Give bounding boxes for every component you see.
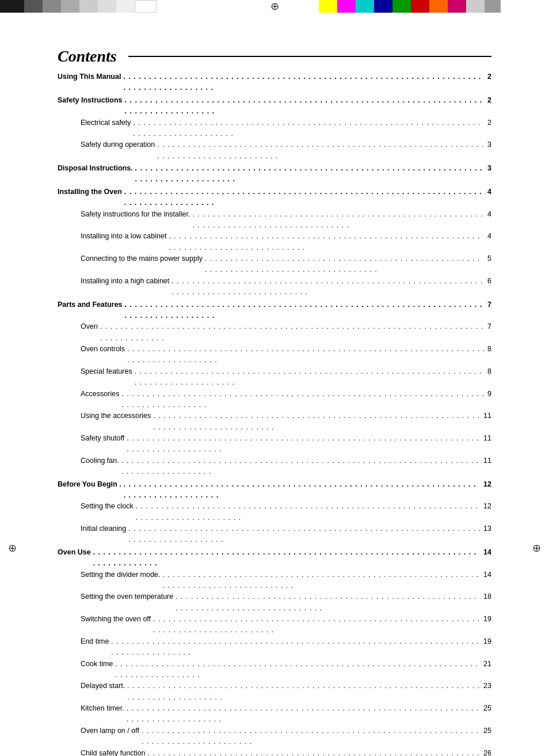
toc-page-number: 4 (487, 187, 491, 209)
toc-label: Delayed start. (81, 681, 125, 703)
toc-dots (127, 433, 481, 455)
toc-item: Setting the divider mode.14 (58, 569, 491, 592)
toc-dots (121, 389, 485, 411)
toc-dots (123, 71, 485, 94)
toc-page-number: 18 (483, 591, 491, 614)
toc-label: Before You Begin . (58, 479, 121, 502)
toc-dots (124, 187, 485, 209)
toc-label: Setting the clock (81, 501, 134, 523)
toc-page-number: 9 (487, 389, 491, 411)
swatch-pink (448, 0, 466, 13)
toc-page-number: 26 (483, 748, 491, 757)
toc-page-number: 2 (487, 117, 491, 140)
toc-item: Safety shutoff11 (58, 433, 491, 455)
reg-mark-right: ⊕ (532, 542, 541, 554)
toc-item: Accessories9 (58, 389, 491, 411)
toc-item: Delayed start.23 (58, 681, 491, 703)
toc-dots (115, 659, 481, 681)
toc-item: Oven7 (58, 321, 491, 344)
table-of-contents: Using This Manual2Safety Instructions2El… (58, 71, 491, 756)
toc-label: Oven lamp on / off (81, 725, 139, 748)
toc-page-number: 11 (483, 433, 491, 455)
toc-label: Accessories (81, 389, 119, 411)
swatch-very-light-gray (98, 0, 116, 13)
toc-page-number: 12 (483, 479, 491, 502)
toc-dots (125, 299, 486, 322)
color-bar-top: ⊕ (0, 0, 549, 13)
title-text: Contents (58, 47, 117, 66)
toc-dots (153, 614, 481, 636)
toc-label: Child safety function (81, 748, 146, 757)
toc-label: Connecting to the mains power supply (81, 253, 203, 276)
toc-item: Parts and Features7 (58, 299, 491, 322)
toc-dots (111, 636, 481, 659)
toc-label: Safety instructions for the installer. (81, 209, 190, 231)
toc-page-number: 25 (483, 725, 491, 748)
toc-label: Installing into a high cabinet (81, 276, 169, 298)
toc-label: Using the accessories (81, 411, 151, 433)
toc-dots (135, 366, 485, 389)
swatch-yellow (319, 0, 337, 13)
toc-label: Switching the oven off (81, 614, 151, 636)
toc-dots (142, 725, 481, 748)
toc-page-number: 6 (487, 276, 491, 298)
toc-dots (100, 321, 485, 344)
toc-dots (127, 681, 481, 703)
main-content: Contents Using This Manual2Safety Instru… (0, 13, 549, 756)
toc-page-number: 7 (487, 321, 491, 344)
toc-page-number: 4 (487, 209, 491, 231)
toc-item: Switching the oven off19 (58, 614, 491, 636)
toc-item: Using This Manual2 (58, 71, 491, 94)
toc-item: Connecting to the mains power supply5 (58, 253, 491, 276)
toc-item: Before You Begin .12 (58, 479, 491, 502)
toc-dots (171, 276, 485, 298)
toc-label: Special features (81, 366, 132, 389)
toc-dots (127, 703, 481, 725)
toc-page-number: 8 (487, 366, 491, 389)
toc-page-number: 11 (483, 411, 491, 433)
toc-item: Oven lamp on / off25 (58, 725, 491, 748)
toc-item: Using the accessories11 (58, 411, 491, 433)
toc-page-number: 2 (487, 71, 491, 94)
toc-item: Oven controls8 (58, 344, 491, 366)
toc-dots (162, 569, 481, 592)
toc-label: Parts and Features (58, 299, 123, 322)
page: ⊕ ⊕ ⊕ Contents Using This Manual2Safety … (0, 0, 549, 756)
toc-page-number: 8 (487, 344, 491, 366)
toc-label: Safety shutoff (81, 433, 124, 455)
toc-dots (125, 95, 486, 117)
toc-label: Disposal Instructions. (58, 163, 133, 185)
toc-label: Setting the oven temperature (81, 591, 173, 614)
toc-item: Setting the oven temperature18 (58, 591, 491, 614)
swatch-blue (374, 0, 392, 13)
toc-dots (127, 344, 485, 366)
toc-dots (169, 231, 485, 253)
toc-label: Using This Manual (58, 71, 121, 94)
toc-item: Cooling fan.11 (58, 455, 491, 478)
color-swatches-left (0, 0, 230, 13)
toc-item: Safety during operation3 (58, 139, 491, 162)
toc-item: Electrical safety2 (58, 117, 491, 140)
toc-page-number: 4 (487, 231, 491, 253)
toc-dots (157, 139, 485, 162)
toc-page-number: 12 (483, 501, 491, 523)
toc-item: Safety Instructions2 (58, 95, 491, 117)
toc-label: End time (81, 636, 109, 659)
toc-item: Initial cleaning13 (58, 523, 491, 546)
toc-item: Special features8 (58, 366, 491, 389)
toc-dots (121, 455, 481, 478)
toc-dots (136, 501, 481, 523)
toc-label: Safety Instructions (58, 95, 123, 117)
toc-page-number: 3 (487, 163, 491, 185)
toc-label: Electrical safety (81, 117, 131, 140)
toc-dots (124, 479, 481, 502)
toc-item: Installing into a high cabinet6 (58, 276, 491, 298)
toc-label: Oven Use (58, 547, 91, 569)
toc-item: Cook time21 (58, 659, 491, 681)
toc-item: Setting the clock12 (58, 501, 491, 523)
toc-dots (128, 523, 481, 546)
swatch-dark-gray (24, 0, 43, 13)
swatch-white (135, 0, 157, 13)
toc-item: Installing into a low cabinet4 (58, 231, 491, 253)
toc-dots (148, 748, 482, 757)
